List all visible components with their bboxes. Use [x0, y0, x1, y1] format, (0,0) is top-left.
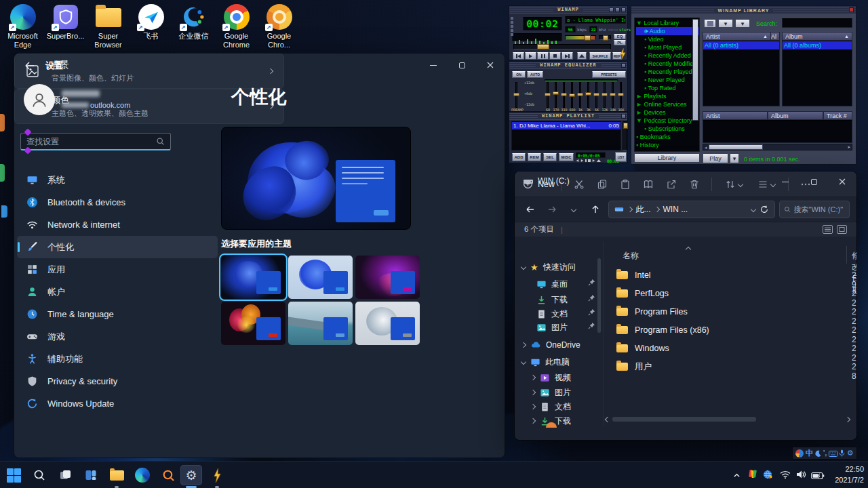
close-button[interactable] — [849, 7, 854, 12]
task-view-button[interactable] — [54, 465, 76, 485]
artist-column-header[interactable]: Artist — [706, 33, 720, 40]
nav-this-pc[interactable]: 此电脑 — [521, 354, 570, 369]
horizontal-scrollbar[interactable] — [606, 415, 850, 423]
theme-thumbnail-colorful-flower[interactable] — [221, 302, 285, 345]
taskbar-edge-button[interactable] — [132, 465, 153, 485]
playlist-entry[interactable]: 1. DJ Mike Llama - Llama Whi... — [513, 122, 590, 129]
library-toolbar-button[interactable]: ▾ — [718, 19, 733, 28]
eq-auto-button[interactable]: AUTO — [527, 71, 543, 78]
nav-documents[interactable]: 文档 — [536, 306, 568, 321]
eq-band-slider[interactable] — [577, 82, 583, 108]
taskbar-search-button[interactable] — [28, 465, 50, 485]
equalizer-title-bar[interactable]: WINAMP EQUALIZER — [509, 62, 627, 69]
keyboard-icon[interactable] — [829, 447, 837, 460]
preamp-slider[interactable] — [513, 82, 519, 108]
album-column-header[interactable]: Album — [785, 33, 803, 40]
stop-button[interactable] — [549, 52, 561, 60]
tree-item-video[interactable]: ▪ Video — [636, 35, 699, 43]
moon-icon[interactable] — [814, 447, 821, 460]
widgets-button[interactable] — [80, 465, 102, 485]
file-row-users[interactable]: 用户 — [616, 358, 652, 375]
settings-search-input[interactable] — [26, 137, 156, 146]
theme-thumbnail-landscape[interactable] — [288, 302, 353, 345]
sidebar-item-network[interactable]: Network & internet — [17, 214, 218, 236]
punctuation-icon[interactable]: ’, — [823, 449, 827, 457]
shade-button[interactable] — [615, 7, 620, 12]
taskbar-winamp-button[interactable] — [206, 465, 228, 485]
sidebar-item-privacy[interactable]: Privacy & security — [17, 370, 218, 392]
rename-icon[interactable] — [638, 175, 658, 194]
playlist-select-button[interactable]: SEL — [543, 153, 557, 161]
share-icon[interactable] — [661, 175, 682, 194]
breadcrumb-drive[interactable]: WIN ... — [663, 205, 688, 214]
previous-button[interactable] — [513, 52, 524, 60]
copy-icon[interactable] — [592, 175, 612, 194]
nav-onedrive[interactable]: OneDrive — [521, 338, 580, 352]
cut-icon[interactable] — [569, 175, 589, 194]
nav-downloads[interactable]: 下载 — [536, 292, 568, 307]
eq-band-slider[interactable] — [618, 82, 624, 108]
eq-band-slider[interactable] — [593, 82, 599, 108]
playlist-title-bar[interactable]: WINAMP PLAYLIST — [509, 113, 627, 120]
tree-item-podcast-directory[interactable]: ▼ Podcast Directory — [636, 117, 699, 125]
file-row-program-files-x86[interactable]: Program Files (x86) — [616, 321, 709, 339]
back-button[interactable] — [21, 58, 37, 74]
user-avatar[interactable] — [24, 84, 55, 115]
tree-item-devices[interactable]: ► Devices — [636, 108, 699, 117]
next-button[interactable] — [561, 52, 573, 60]
album-all-row[interactable]: All (0 albums) — [783, 41, 852, 49]
eq-presets-button[interactable]: PRESETS — [592, 71, 626, 78]
eject-button[interactable] — [577, 52, 587, 60]
address-dropdown-icon[interactable] — [751, 207, 756, 212]
tree-item-never-played[interactable]: ▪ Never Played — [636, 76, 699, 84]
breadcrumb-bar[interactable]: 此... WIN ... — [608, 201, 776, 218]
albums-column-header[interactable]: Albums — [771, 33, 776, 40]
nav-videos[interactable]: 视频 — [531, 370, 571, 385]
desktop-icon-super-browser-folder[interactable]: Super Browser — [87, 4, 130, 49]
desktop-icon-feishu[interactable]: ↗ 飞书 — [130, 4, 172, 49]
theme-thumbnail-dark-bloom[interactable] — [221, 256, 285, 299]
tree-item-subscriptions[interactable]: ▪ Subscriptions — [636, 125, 699, 133]
sort-button[interactable] — [719, 175, 749, 194]
breadcrumb-this-pc[interactable]: 此... — [636, 204, 651, 216]
close-button[interactable] — [621, 7, 626, 12]
tree-item-recently-added[interactable]: ▪ Recently Added — [636, 52, 699, 60]
playlist-remove-button[interactable]: REM — [528, 153, 541, 161]
theme-thumbnail-light-bloom[interactable] — [288, 256, 353, 299]
eq-band-slider[interactable] — [545, 82, 551, 108]
start-button[interactable] — [3, 465, 24, 485]
taskbar-clock[interactable]: 22:50 2021/7/2 — [835, 464, 864, 486]
library-toolbar-button[interactable] — [704, 19, 716, 28]
balance-slider[interactable] — [599, 35, 611, 40]
shuffle-button[interactable]: SHUFFLE — [589, 52, 611, 60]
taskbar-explorer-button[interactable] — [106, 465, 127, 485]
play-button[interactable] — [525, 52, 536, 60]
eq-band-slider[interactable] — [553, 82, 559, 108]
track-title-marquee[interactable]: a - Llama Whippin' Intro (0:05) — [565, 16, 626, 24]
library-play-button[interactable]: Play — [703, 153, 728, 163]
taskbar-settings-button[interactable]: ⚙ — [180, 465, 202, 485]
sidebar-item-apps[interactable]: 应用 — [17, 258, 218, 281]
track-list-body[interactable] — [703, 120, 852, 143]
up-button[interactable] — [587, 201, 604, 218]
file-row-windows[interactable]: Windows — [616, 340, 669, 357]
close-button[interactable] — [828, 171, 856, 192]
refresh-icon[interactable] — [760, 205, 769, 214]
close-button[interactable] — [621, 63, 626, 68]
tree-item-top-rated[interactable]: ▪ Top Rated — [636, 84, 699, 92]
ime-logo-icon[interactable] — [795, 449, 804, 458]
library-search-input[interactable] — [782, 18, 852, 28]
library-title-bar[interactable]: WINAMP LIBRARY — [631, 6, 856, 14]
maximize-button[interactable] — [800, 171, 828, 192]
tree-item-online-services[interactable]: ► Online Services — [636, 100, 699, 108]
equalizer-toggle-button[interactable]: EQ — [614, 34, 626, 39]
desktop-icon-chrome[interactable]: ↗ Google Chrome — [215, 4, 258, 49]
tree-item-bookmarks[interactable]: ▪ Bookmarks — [636, 133, 699, 141]
pause-button[interactable] — [537, 52, 549, 60]
paste-icon[interactable] — [615, 175, 635, 194]
playlist-toggle-button[interactable]: PL — [614, 40, 626, 45]
tray-ime-globe-icon[interactable] — [762, 469, 773, 483]
forward-button[interactable] — [543, 201, 561, 218]
tree-item-local-library[interactable]: ▼ Local Library — [636, 19, 699, 27]
nav-quick-access[interactable]: ★快速访问 — [521, 260, 576, 274]
